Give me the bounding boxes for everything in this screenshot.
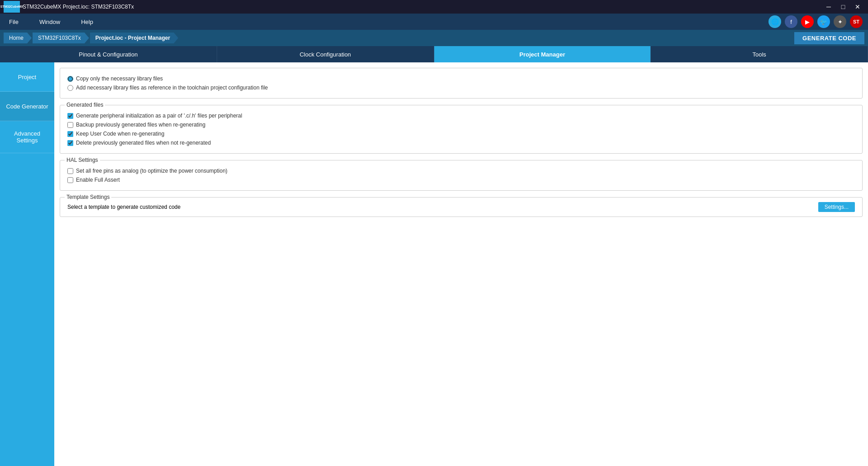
- delete-files-checkbox[interactable]: [67, 140, 73, 146]
- generated-files-section: Generated files Generate peripheral init…: [60, 105, 863, 154]
- gen-peripheral-label: Generate peripheral initialization as a …: [76, 113, 242, 119]
- st-icon[interactable]: ST: [850, 15, 863, 28]
- title-bar-left: STM32 CubeMX STM32CubeMX Project.ioc: ST…: [4, 1, 134, 13]
- content-area: Copy only the necessary library files Ad…: [54, 62, 868, 466]
- gen-peripheral-checkbox[interactable]: [67, 113, 73, 119]
- window-title: STM32CubeMX Project.ioc: STM32F103C8Tx: [23, 4, 134, 10]
- tab-project-manager[interactable]: Project Manager: [434, 46, 651, 62]
- backup-files-option: Backup previously generated files when r…: [67, 122, 855, 128]
- tab-clock[interactable]: Clock Configuration: [217, 46, 434, 62]
- network-icon[interactable]: ✦: [834, 15, 846, 28]
- template-settings-description: Select a template to generate customized…: [67, 204, 180, 210]
- copy-library-option: Copy only the necessary library files: [67, 75, 855, 82]
- globe-icon[interactable]: 🌐: [768, 15, 781, 28]
- menu-bar: File Window Help 🌐 f ▶ 🐦 ✦ ST: [0, 14, 868, 30]
- keep-user-code-checkbox[interactable]: [67, 131, 73, 137]
- sidebar: Project Code Generator Advanced Settings: [0, 62, 54, 466]
- menu-help[interactable]: Help: [77, 17, 97, 27]
- breadcrumb-home[interactable]: Home: [4, 33, 32, 43]
- menu-window[interactable]: Window: [36, 17, 64, 27]
- backup-files-checkbox[interactable]: [67, 122, 73, 128]
- delete-files-label: Delete previously generated files when n…: [76, 140, 211, 146]
- settings-button[interactable]: Settings...: [818, 202, 855, 212]
- gen-peripheral-option: Generate peripheral initialization as a …: [67, 113, 855, 119]
- main-layout: Project Code Generator Advanced Settings…: [0, 62, 868, 466]
- template-settings-row: Select a template to generate customized…: [67, 202, 855, 212]
- set-free-pins-checkbox[interactable]: [67, 168, 73, 174]
- breadcrumb-project-manager[interactable]: Project.ioc - Project Manager: [90, 33, 178, 43]
- enable-full-assert-option: Enable Full Assert: [67, 177, 855, 183]
- add-ref-library-label: Add necessary library files as reference…: [76, 85, 268, 91]
- twitter-icon[interactable]: 🐦: [817, 15, 830, 28]
- menu-items: File Window Help: [5, 17, 97, 27]
- enable-full-assert-label: Enable Full Assert: [76, 177, 120, 183]
- enable-full-assert-checkbox[interactable]: [67, 177, 73, 183]
- tab-bar: Pinout & Configuration Clock Configurati…: [0, 46, 868, 62]
- hal-settings-section: HAL Settings Set all free pins as analog…: [60, 160, 863, 191]
- add-ref-library-option: Add necessary library files as reference…: [67, 85, 855, 91]
- tab-tools[interactable]: Tools: [651, 46, 868, 62]
- generate-code-button[interactable]: GENERATE CODE: [794, 32, 864, 44]
- maximize-button[interactable]: □: [836, 2, 850, 11]
- breadcrumb: Home STM32F103C8Tx Project.ioc - Project…: [4, 33, 179, 43]
- sidebar-item-code-generator[interactable]: Code Generator: [0, 92, 54, 121]
- copy-library-label: Copy only the necessary library files: [76, 75, 163, 82]
- sidebar-item-project[interactable]: Project: [0, 62, 54, 92]
- minimize-button[interactable]: ─: [822, 2, 835, 11]
- title-bar: STM32 CubeMX STM32CubeMX Project.ioc: ST…: [0, 0, 868, 14]
- template-settings-legend: Template Settings: [65, 194, 111, 200]
- generated-files-legend: Generated files: [65, 102, 105, 108]
- set-free-pins-label: Set all free pins as analog (to optimize…: [76, 168, 228, 174]
- set-free-pins-option: Set all free pins as analog (to optimize…: [67, 168, 855, 174]
- menu-file[interactable]: File: [5, 17, 22, 27]
- delete-files-option: Delete previously generated files when n…: [67, 140, 855, 146]
- add-ref-library-radio[interactable]: [67, 85, 73, 91]
- breadcrumb-device[interactable]: STM32F103C8Tx: [33, 33, 89, 43]
- app-logo: STM32 CubeMX: [4, 1, 20, 13]
- backup-files-label: Backup previously generated files when r…: [76, 122, 205, 128]
- copy-library-radio[interactable]: [67, 76, 73, 82]
- template-settings-section: Template Settings Select a template to g…: [60, 197, 863, 217]
- breadcrumb-bar: Home STM32F103C8Tx Project.ioc - Project…: [0, 30, 868, 46]
- youtube-icon[interactable]: ▶: [801, 15, 814, 28]
- facebook-icon[interactable]: f: [785, 15, 797, 28]
- social-icons: 🌐 f ▶ 🐦 ✦ ST: [768, 15, 863, 28]
- window-controls: ─ □ ✕: [822, 2, 864, 11]
- sidebar-item-advanced-settings[interactable]: Advanced Settings: [0, 121, 54, 153]
- hal-settings-legend: HAL Settings: [65, 157, 100, 163]
- keep-user-code-label: Keep User Code when re-generating: [76, 131, 164, 137]
- close-button[interactable]: ✕: [851, 2, 864, 11]
- keep-user-code-option: Keep User Code when re-generating: [67, 131, 855, 137]
- library-section: Copy only the necessary library files Ad…: [60, 68, 863, 99]
- tab-pinout[interactable]: Pinout & Configuration: [0, 46, 217, 62]
